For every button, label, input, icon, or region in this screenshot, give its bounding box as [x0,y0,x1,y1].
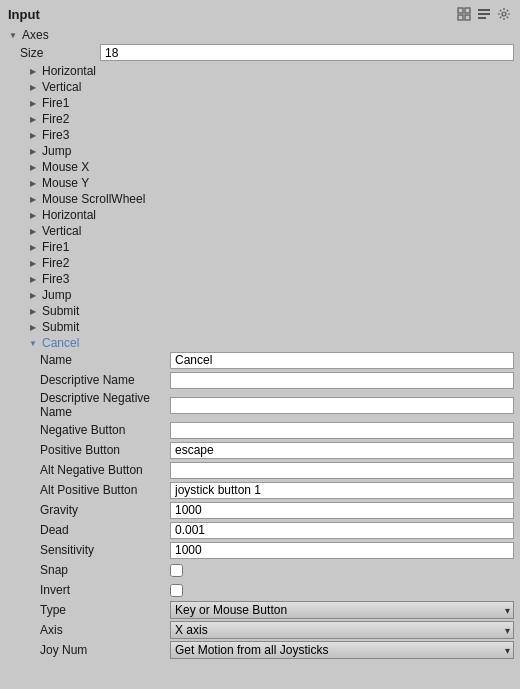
svg-rect-3 [465,15,470,20]
prop-descriptive-name-input[interactable] [170,372,514,389]
item-label: Jump [40,288,71,302]
list-item[interactable]: ▶ Horizontal [26,207,514,223]
layout-icon[interactable] [476,6,492,22]
item-arrow: ▶ [26,80,40,94]
prop-sensitivity-label: Sensitivity [40,543,170,557]
axes-section-header[interactable]: ▼ Axes [6,26,514,44]
cancel-label: Cancel [40,336,79,350]
svg-rect-6 [478,17,486,19]
svg-rect-1 [465,8,470,13]
prop-alt-negative-button-input[interactable] [170,462,514,479]
item-label: Fire3 [40,128,69,142]
item-arrow: ▶ [26,304,40,318]
prop-sensitivity-input[interactable] [170,542,514,559]
item-arrow: ▶ [26,256,40,270]
prop-descriptive-negative-name-row: Descriptive Negative Name [40,391,514,419]
axes-size-input[interactable] [100,44,514,61]
prop-invert-checkbox[interactable] [170,584,183,597]
prop-snap-label: Snap [40,563,170,577]
prop-positive-button-row: Positive Button [40,441,514,459]
list-item[interactable]: ▶ Vertical [26,79,514,95]
item-arrow: ▶ [26,160,40,174]
item-arrow: ▶ [26,64,40,78]
svg-rect-0 [458,8,463,13]
prop-descriptive-name-row: Descriptive Name [40,371,514,389]
list-item[interactable]: ▶ Fire2 [26,111,514,127]
prop-dead-label: Dead [40,523,170,537]
item-label: Horizontal [40,208,96,222]
prop-gravity-input[interactable] [170,502,514,519]
list-item[interactable]: ▶ Fire3 [26,271,514,287]
cancel-properties: Name Descriptive Name Descriptive Negati… [26,351,514,659]
prop-dead-input[interactable] [170,522,514,539]
prop-joynum-select[interactable]: Get Motion from all Joysticks Joystick 1… [170,641,514,659]
item-label: Mouse ScrollWheel [40,192,145,206]
item-label: Fire1 [40,240,69,254]
panel-header: Input [0,0,520,26]
prop-joynum-select-wrapper: Get Motion from all Joysticks Joystick 1… [170,641,514,659]
item-arrow: ▶ [26,288,40,302]
panel-content: ▼ Axes Size ▶ Horizontal ▶ Vertical ▶ Fi… [0,26,520,689]
prop-descriptive-negative-name-label: Descriptive Negative Name [40,391,170,419]
prop-alt-positive-button-label: Alt Positive Button [40,483,170,497]
item-label: Vertical [40,80,81,94]
prop-name-input[interactable] [170,352,514,369]
list-item[interactable]: ▶ Mouse ScrollWheel [26,191,514,207]
list-item[interactable]: ▶ Fire3 [26,127,514,143]
item-arrow: ▶ [26,96,40,110]
prop-name-row: Name [40,351,514,369]
axes-label: Axes [20,28,49,42]
input-panel: Input ▼ Axes Size ▶ [0,0,520,689]
item-label: Fire3 [40,272,69,286]
prop-snap-row: Snap [40,561,514,579]
prop-gravity-label: Gravity [40,503,170,517]
prop-snap-checkbox[interactable] [170,564,183,577]
gear-icon[interactable] [496,6,512,22]
prop-descriptive-negative-name-input[interactable] [170,397,514,414]
list-item[interactable]: ▶ Fire2 [26,255,514,271]
list-item[interactable]: ▶ Jump [26,143,514,159]
prop-type-label: Type [40,603,170,617]
item-label: Fire1 [40,96,69,110]
item-label: Mouse X [40,160,89,174]
svg-point-7 [502,12,506,16]
item-arrow: ▶ [26,224,40,238]
prop-invert-label: Invert [40,583,170,597]
prop-alt-negative-button-label: Alt Negative Button [40,463,170,477]
item-label: Fire2 [40,112,69,126]
prop-type-select[interactable]: Key or Mouse Button Mouse Movement Joyst… [170,601,514,619]
list-item[interactable]: ▶ Submit [26,319,514,335]
item-arrow: ▶ [26,128,40,142]
item-arrow: ▶ [26,144,40,158]
panel-title: Input [8,7,40,22]
item-arrow: ▶ [26,208,40,222]
prop-type-select-wrapper: Key or Mouse Button Mouse Movement Joyst… [170,601,514,619]
prop-negative-button-label: Negative Button [40,423,170,437]
svg-rect-5 [478,13,490,15]
prop-positive-button-input[interactable] [170,442,514,459]
prop-axis-select[interactable]: X axis Y axis 3rd axis 4th axis [170,621,514,639]
prop-negative-button-input[interactable] [170,422,514,439]
prop-alt-negative-button-row: Alt Negative Button [40,461,514,479]
prop-gravity-row: Gravity [40,501,514,519]
grid-icon[interactable] [456,6,472,22]
list-item[interactable]: ▶ Fire1 [26,95,514,111]
prop-positive-button-label: Positive Button [40,443,170,457]
list-item[interactable]: ▶ Submit [26,303,514,319]
prop-type-row: Type Key or Mouse Button Mouse Movement … [40,601,514,619]
list-item[interactable]: ▶ Horizontal [26,63,514,79]
cancel-item[interactable]: ▼ Cancel [26,335,514,351]
header-icons [456,6,512,22]
list-item[interactable]: ▶ Mouse Y [26,175,514,191]
axes-arrow: ▼ [6,28,20,42]
list-item[interactable]: ▶ Mouse X [26,159,514,175]
list-item[interactable]: ▶ Jump [26,287,514,303]
item-arrow: ▶ [26,320,40,334]
item-arrow: ▶ [26,192,40,206]
item-label: Jump [40,144,71,158]
prop-joynum-label: Joy Num [40,643,170,657]
item-arrow: ▶ [26,112,40,126]
list-item[interactable]: ▶ Vertical [26,223,514,239]
list-item[interactable]: ▶ Fire1 [26,239,514,255]
prop-alt-positive-button-input[interactable] [170,482,514,499]
